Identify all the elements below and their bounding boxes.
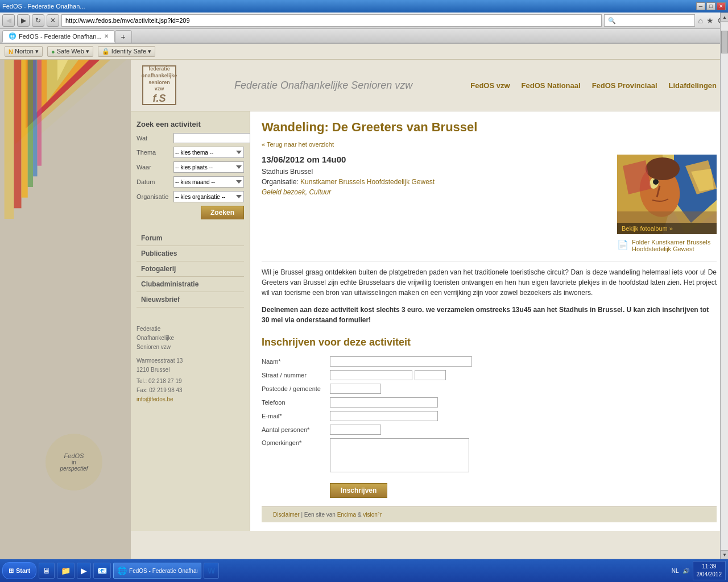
nav-fedos-nationaal[interactable]: FedOS Nationaal bbox=[522, 81, 581, 90]
refresh-button[interactable]: ↻ bbox=[32, 14, 44, 27]
visionr-link[interactable]: vision°r bbox=[363, 512, 382, 518]
window-title: FedOS - Federatie Onafhan... bbox=[2, 3, 85, 10]
back-button[interactable]: ◀ bbox=[2, 14, 15, 27]
nav-lidafdelingen[interactable]: Lidafdelingen bbox=[669, 81, 717, 90]
page-footer: Disclaimer | Een site van Encima & visio… bbox=[262, 506, 717, 522]
nav-fedos-provinciaal[interactable]: FedOS Provinciaal bbox=[592, 81, 657, 90]
logo-area: federatieonafhankelijkeseniorenvzw f.S bbox=[142, 65, 176, 105]
taskbar-volume-icon[interactable]: 🔊 bbox=[682, 568, 689, 574]
main-nav: FedOS vzw FedOS Nationaal FedOS Provinci… bbox=[470, 81, 717, 90]
safeweb-label: Safe Web ▾ bbox=[57, 48, 89, 55]
sidebar-item-nieuwsbrief[interactable]: Nieuwsbrief bbox=[136, 292, 244, 307]
wat-field-row: Wat bbox=[136, 133, 244, 143]
disclaimer-link[interactable]: Disclaimer bbox=[273, 512, 300, 518]
url-text: http://www.fedos.be/mvc/activiteit.jsp?i… bbox=[65, 17, 190, 24]
favorites-icon[interactable]: ★ bbox=[705, 15, 715, 26]
straat-input[interactable] bbox=[330, 370, 412, 380]
address-bar[interactable]: http://www.fedos.be/mvc/activiteit.jsp?i… bbox=[61, 14, 602, 27]
thema-select[interactable]: -- kies thema -- bbox=[173, 147, 244, 158]
sidebar-menu: Forum Publicaties Fotogalerij Clubadmini… bbox=[136, 231, 244, 307]
taskbar-browser-icon: 🌐 bbox=[117, 566, 127, 575]
nummer-input[interactable] bbox=[415, 370, 446, 380]
org-select[interactable]: -- kies organisatie -- bbox=[173, 191, 244, 202]
email-input[interactable] bbox=[330, 411, 438, 421]
footer-city: 1210 Brussel bbox=[136, 365, 244, 375]
org-link[interactable]: Kunstkamer Brussels Hoofdstedelijk Gewes… bbox=[300, 178, 435, 186]
norton-label: Norton ▾ bbox=[15, 48, 39, 55]
fedos-badge: FedOS in perspectief bbox=[46, 434, 102, 490]
thema-field-row: Thema -- kies thema -- bbox=[136, 147, 244, 158]
telefoon-input[interactable] bbox=[330, 397, 438, 408]
divider bbox=[262, 261, 717, 261]
search-bar[interactable]: 🔍 bbox=[604, 14, 695, 27]
activity-date: 13/06/2012 om 14u00 bbox=[262, 155, 609, 164]
taskbar-browser-label: FedOS - Federatie Onafhan... bbox=[129, 568, 197, 574]
stop-button[interactable]: ✕ bbox=[47, 14, 59, 27]
sidebar-item-forum[interactable]: Forum bbox=[136, 231, 244, 246]
activity-highlight: Deelnemen aan deze activiteit kost slech… bbox=[262, 305, 717, 325]
sidebar-item-clubadmin[interactable]: Clubadministratie bbox=[136, 277, 244, 292]
svg-rect-6 bbox=[5, 60, 14, 219]
taskbar-time: 11:39 bbox=[697, 563, 722, 571]
tab-label: FedOS - Federatie Onafhan... bbox=[19, 33, 102, 40]
folder-link[interactable]: 📄 Folder Kunstkamer Brussels Hoofdstedel… bbox=[617, 239, 717, 252]
fedos-badge-sub: in bbox=[72, 459, 76, 465]
sidebar-item-publicaties[interactable]: Publicaties bbox=[136, 246, 244, 261]
registration-form: Inschrijven voor deze activiteit Naam* S… bbox=[262, 336, 717, 506]
waar-select[interactable]: -- kies plaats -- bbox=[173, 161, 244, 173]
safeweb-button[interactable]: ● Safe Web ▾ bbox=[47, 46, 93, 57]
minimize-button[interactable]: ─ bbox=[696, 2, 705, 10]
opmerkingen-label: Opmerkingen* bbox=[262, 439, 330, 446]
sidebar-item-fotogalerij[interactable]: Fotogalerij bbox=[136, 261, 244, 277]
taskbar-app-explorer[interactable]: 🖥 bbox=[39, 563, 55, 579]
taskbar-app-word[interactable]: W bbox=[204, 563, 219, 579]
scroll-down-arrow[interactable]: ▼ bbox=[721, 550, 728, 559]
tab-new[interactable]: + bbox=[115, 30, 132, 43]
taskbar: ⊞ Start 🖥 📁 ▶ 📧 🌐 FedOS - Federatie Onaf… bbox=[0, 559, 728, 582]
forward-button[interactable]: ▶ bbox=[17, 14, 30, 27]
back-link[interactable]: « Terug naar het overzicht bbox=[262, 141, 334, 148]
site-title-area: Federatie Onafhankelijke Senioren vzw bbox=[176, 80, 470, 92]
windows-logo: ⊞ bbox=[9, 567, 14, 575]
safeweb-icon: ● bbox=[51, 48, 55, 55]
postcode-input[interactable] bbox=[330, 384, 381, 394]
photo-album-link[interactable]: Bekijk fotoalbum » bbox=[617, 223, 717, 234]
norton-button[interactable]: N Norton ▾ bbox=[5, 46, 43, 57]
inschrijven-button[interactable]: Inschrijven bbox=[330, 483, 387, 498]
taskbar-app-folder[interactable]: 📁 bbox=[57, 563, 75, 579]
opmerkingen-textarea[interactable] bbox=[330, 438, 469, 472]
home-icon[interactable]: ⌂ bbox=[697, 15, 704, 26]
identity-label: Identity Safe ▾ bbox=[111, 48, 151, 55]
close-button[interactable]: ✕ bbox=[717, 2, 726, 10]
naam-input[interactable] bbox=[330, 356, 472, 367]
logo-abbr: f.S bbox=[152, 93, 166, 105]
tab-fedos[interactable]: 🌐 FedOS - Federatie Onafhan... ✕ bbox=[2, 30, 115, 43]
start-button[interactable]: ⊞ Start bbox=[2, 562, 36, 579]
folder-label: Folder Kunstkamer Brussels Hoofdstedelij… bbox=[632, 239, 717, 252]
start-label: Start bbox=[16, 567, 30, 574]
taskbar-app-media[interactable]: ▶ bbox=[77, 563, 91, 579]
personen-input[interactable] bbox=[330, 425, 381, 435]
fedos-badge-sub2: perspectief bbox=[60, 465, 88, 472]
postcode-label: Postcode / gemeente bbox=[262, 385, 330, 392]
datum-select[interactable]: -- kies maand -- bbox=[173, 176, 244, 188]
identity-safe-button[interactable]: 🔒 Identity Safe ▾ bbox=[98, 46, 155, 57]
maximize-button[interactable]: □ bbox=[706, 2, 715, 10]
naam-row: Naam* bbox=[262, 356, 717, 367]
norton-logo: N bbox=[9, 48, 13, 55]
svg-rect-11 bbox=[38, 60, 42, 166]
taskbar-app-email[interactable]: 📧 bbox=[93, 563, 111, 579]
search-button[interactable]: Zoeken bbox=[201, 206, 244, 219]
nav-fedos-vzw[interactable]: FedOS vzw bbox=[470, 81, 510, 90]
telefoon-row: Telefoon bbox=[262, 397, 717, 408]
wat-input[interactable] bbox=[173, 133, 250, 143]
svg-point-20 bbox=[646, 157, 680, 180]
taskbar-app-browser[interactable]: 🌐 FedOS - Federatie Onafhan... bbox=[113, 563, 201, 579]
tab-close[interactable]: ✕ bbox=[104, 33, 109, 39]
triangle-art bbox=[0, 60, 131, 219]
taskbar-email-icon: 📧 bbox=[97, 566, 107, 575]
datum-label: Datum bbox=[136, 178, 173, 185]
taskbar-right: NL 🔊 11:39 2/04/2012 bbox=[672, 561, 726, 580]
taskbar-explorer-icon: 🖥 bbox=[43, 566, 51, 575]
encima-link[interactable]: Encima bbox=[337, 512, 356, 518]
